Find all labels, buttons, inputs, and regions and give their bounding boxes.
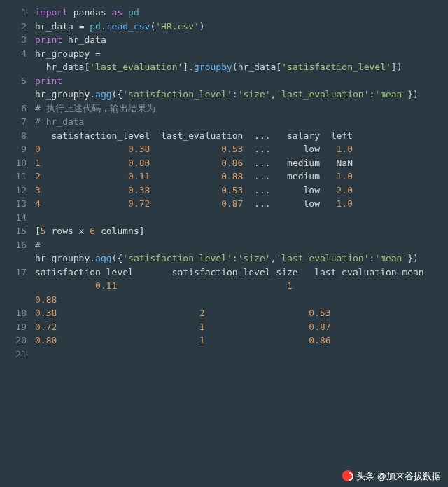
token-op: ] [139,226,145,236]
token-num: 2 [200,308,205,318]
token-plain [271,158,287,168]
token-plain [243,158,254,168]
token-mod: pd [90,21,101,32]
token-num: 0 [35,144,41,154]
token-op [106,7,112,18]
token-plain: satisfaction_level satisfaction_level si… [35,267,424,277]
code-content: satisfaction_level last_evaluation ... s… [35,129,448,143]
token-kw: as [112,7,123,18]
token-str: 'last_evaluation' [276,89,369,100]
token-id: hr_groupby [35,253,90,263]
token-num: 1.0 [337,198,353,209]
token-num: 0.80 [128,158,150,168]
token-op [68,7,74,18]
token-num: 0.88 [221,171,243,181]
token-cmt: # [35,240,41,250]
code-content: hr_groupby.agg({'satisfaction_level':'si… [35,88,448,102]
code-line: hr_data['last_evaluation'].groupby(hr_da… [0,60,448,74]
token-cmt: # 执行上述代码，输出结果为 [35,103,155,114]
code-content: 0.11 1 [35,279,448,293]
token-num: 2 [35,171,41,181]
line-number: 4 [0,47,35,61]
token-plain [271,185,304,196]
token-num: 1 [35,158,41,168]
token-id: hr_groupby [35,89,90,100]
token-plain [41,144,128,154]
token-plain [320,144,336,154]
token-op: [ [35,226,41,236]
code-line: 8 satisfaction_level last_evaluation ...… [0,129,448,143]
code-line: 0.88 [0,293,448,307]
token-op: . [90,89,95,100]
token-str: 'last_evaluation' [90,62,183,72]
token-plain [41,185,128,196]
token-num: 5 [41,226,46,236]
line-number: 8 [0,129,35,143]
token-plain [150,158,221,168]
token-plain [41,198,128,209]
code-line: 1import pandas as pd [0,6,448,20]
line-number: 16 [0,238,35,252]
token-num: 0.11 [95,280,117,291]
token-id: NaN [337,158,353,168]
token-str: 'size' [238,89,271,100]
token-plain [271,144,304,154]
token-op: . [188,62,194,72]
token-op: ... [254,198,270,209]
token-op [74,21,79,32]
token-num: 0.88 [35,294,57,305]
token-op: ] [183,62,188,72]
token-id: hr_data [68,34,106,45]
code-content: # [35,238,448,252]
token-plain [150,144,221,154]
code-line: 101 0.80 0.86 ... medium NaN [0,156,448,170]
code-line: 6# 执行上述代码，输出结果为 [0,102,448,116]
token-op: ( [232,62,238,72]
code-content: 1 0.80 0.86 ... medium NaN [35,156,448,170]
code-content: satisfaction_level satisfaction_level si… [35,266,448,280]
code-line: 190.72 1 0.87 [0,320,448,334]
watermark-prefix: 头条 [356,469,374,483]
token-op: . [90,253,95,263]
token-id: low [304,185,320,196]
code-line: 14 [0,211,448,225]
line-number: 20 [0,334,35,348]
code-line: 112 0.11 0.88 ... medium 1.0 [0,170,448,184]
watermark: 头条 @加来谷拔数据 [342,469,441,483]
line-number: 2 [0,20,35,34]
token-num: 0.87 [221,198,243,209]
code-line: 123 0.38 0.53 ... low 2.0 [0,184,448,198]
token-cmt: # hr_data [35,116,84,127]
code-content: print hr_data [35,33,448,47]
token-plain [57,308,200,318]
token-plain [117,280,287,291]
token-fn: read_csv [106,21,150,32]
token-num: 0.11 [128,171,150,181]
token-op [90,48,95,59]
code-content: 2 0.11 0.88 ... medium 1.0 [35,170,448,184]
code-line: 0.11 1 [0,279,448,293]
token-id: hr_data [46,62,85,72]
token-str: 'satisfaction_level' [122,253,232,263]
token-num: 2.0 [337,185,353,196]
token-str: 'mean' [374,253,407,263]
code-line: 4hr_groupby = [0,47,448,61]
token-op: ) [397,62,402,72]
token-plain [205,335,309,345]
token-plain [271,198,304,209]
token-num: 1.0 [337,171,353,181]
watermark-handle: @加来谷拔数据 [377,469,441,483]
token-op: ... [254,158,270,168]
code-line: 17satisfaction_level satisfaction_level … [0,266,448,280]
token-op: = [95,48,101,59]
line-number: 13 [0,197,35,211]
token-fn: groupby [194,62,232,72]
token-plain [41,158,128,168]
token-fn: agg [95,89,111,100]
token-str: 'satisfaction_level' [281,62,391,72]
line-number: 14 [0,211,35,225]
code-line: 3print hr_data [0,33,448,47]
token-num: 0.53 [309,308,330,318]
token-plain [57,322,200,332]
token-plain [320,185,336,196]
